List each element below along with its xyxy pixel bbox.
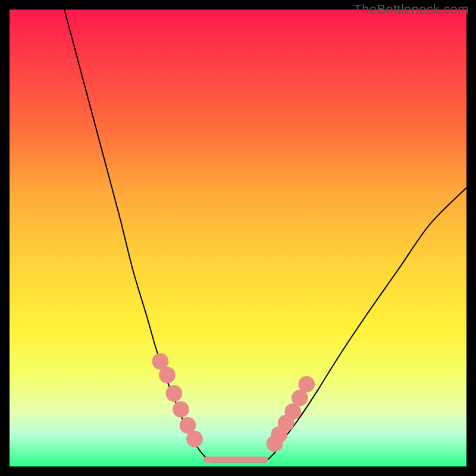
data-marker: [287, 406, 299, 418]
data-marker: [168, 387, 180, 399]
curve-right: [265, 188, 466, 462]
data-marker: [189, 433, 201, 445]
data-marker: [161, 369, 173, 381]
chart-stage: TheBottleneck.com: [0, 0, 476, 476]
data-marker: [154, 355, 166, 367]
data-marker: [175, 403, 187, 415]
chart-svg: [10, 10, 466, 466]
markers-left: [154, 355, 201, 445]
data-marker: [300, 378, 312, 390]
plot-area: [10, 10, 466, 466]
markers-right: [268, 378, 312, 450]
data-marker: [294, 392, 306, 404]
curve-left: [64, 10, 211, 462]
data-marker: [182, 419, 194, 431]
